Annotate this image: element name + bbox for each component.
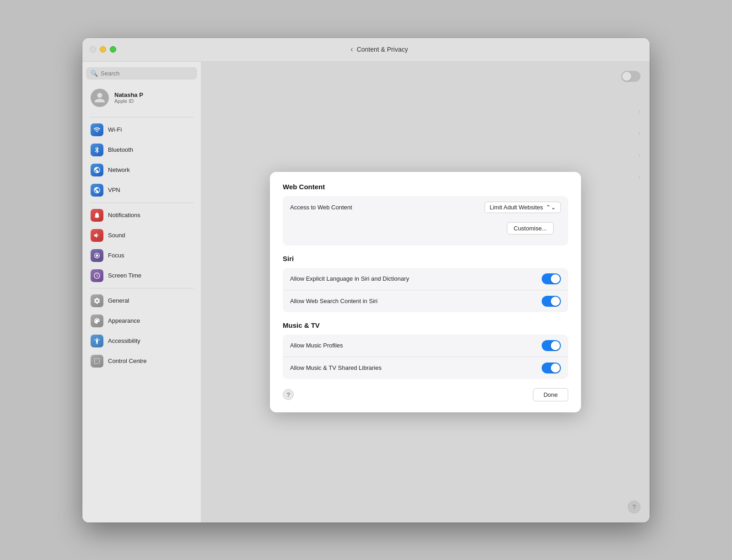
sidebar-item-label: Control Centre [108, 357, 147, 364]
user-profile[interactable]: Natasha P Apple ID [86, 85, 197, 111]
webcontent-card: Access to Web Content Limit Adult Websit… [283, 196, 568, 245]
focus-icon [91, 249, 103, 262]
modal-row: Allow Explicit Language in Siri and Dict… [283, 268, 568, 290]
sidebar-item-wifi[interactable]: Wi-Fi [86, 120, 197, 139]
avatar [91, 89, 109, 107]
close-button[interactable] [90, 46, 96, 53]
titlebar-center: ‹ Content & Privacy [116, 45, 642, 53]
toggle-knob [551, 341, 560, 350]
sidebar-item-label: General [108, 297, 129, 304]
sidebar-item-screentime[interactable]: Screen Time [86, 266, 197, 285]
toggle-shared-libraries[interactable] [542, 363, 561, 373]
dropdown-button[interactable]: Limit Adult Websites ⌃⌄ [484, 202, 561, 213]
modal-footer: ? Done [283, 388, 568, 401]
section-title-musictv: Music & TV [283, 321, 568, 329]
toggle-web-search[interactable] [542, 296, 561, 307]
sidebar-divider-3 [90, 288, 194, 288]
toggle-music-profiles[interactable] [542, 340, 561, 351]
window-body: 🔍 Natasha P Apple ID [82, 62, 650, 523]
system-preferences-window: ‹ Content & Privacy 🔍 Natasha P A [82, 38, 650, 523]
sidebar-item-label: VPN [108, 187, 120, 193]
window-title: Content & Privacy [357, 46, 408, 53]
row-label-access: Access to Web Content [290, 204, 480, 211]
toggle-explicit-language[interactable] [542, 273, 561, 284]
modal-row: Allow Music Profiles [283, 335, 568, 357]
appearance-icon [91, 315, 103, 327]
user-name: Natasha P [114, 91, 143, 98]
sidebar-item-label: Appearance [108, 317, 140, 324]
sidebar-item-label: Notifications [108, 212, 140, 219]
toggle-knob [551, 297, 560, 306]
maximize-button[interactable] [110, 46, 116, 53]
section-title-webcontent: Web Content [283, 183, 568, 191]
notifications-icon [91, 209, 103, 222]
row-label-websearch: Allow Web Search Content in Siri [290, 298, 537, 304]
titlebar: ‹ Content & Privacy [82, 38, 650, 62]
sidebar-item-label: Accessibility [108, 337, 140, 344]
row-label-explicit: Allow Explicit Language in Siri and Dict… [290, 275, 537, 282]
row-label-shared-libraries: Allow Music & TV Shared Libraries [290, 364, 537, 371]
controlcentre-icon [91, 355, 103, 368]
sidebar-item-general[interactable]: General [86, 291, 197, 310]
sidebar-divider-2 [90, 203, 194, 203]
sidebar-item-accessibility[interactable]: Accessibility [86, 331, 197, 351]
sidebar-item-vpn[interactable]: VPN [86, 181, 197, 200]
sidebar-item-network[interactable]: Network [86, 160, 197, 180]
musictv-card: Allow Music Profiles Allow Music & TV Sh… [283, 335, 568, 379]
sidebar-item-appearance[interactable]: Appearance [86, 311, 197, 331]
sidebar-item-controlcentre[interactable]: Control Centre [86, 352, 197, 371]
user-subtitle: Apple ID [114, 98, 143, 104]
bluetooth-icon [91, 144, 103, 156]
screentime-icon [91, 269, 103, 282]
modal-done-button[interactable]: Done [533, 388, 568, 401]
row-label-music-profiles: Allow Music Profiles [290, 342, 537, 349]
modal-row: Allow Music & TV Shared Libraries [283, 357, 568, 379]
vpn-icon [91, 184, 103, 197]
dropdown-arrow-icon: ⌃⌄ [546, 204, 556, 211]
siri-card: Allow Explicit Language in Siri and Dict… [283, 268, 568, 312]
network-icon [91, 164, 103, 176]
customise-button[interactable]: Customise... [507, 222, 554, 235]
search-icon: 🔍 [91, 70, 98, 77]
toggle-knob [551, 274, 560, 283]
search-bar[interactable]: 🔍 [86, 67, 197, 80]
sidebar-item-bluetooth[interactable]: Bluetooth [86, 140, 197, 160]
sidebar-item-label: Wi-Fi [108, 126, 122, 133]
user-info: Natasha P Apple ID [114, 91, 143, 104]
sidebar-item-notifications[interactable]: Notifications [86, 206, 197, 225]
sidebar-item-label: Focus [108, 252, 124, 259]
search-input[interactable] [101, 70, 193, 77]
sidebar-item-label: Network [108, 166, 130, 173]
toggle-knob [551, 363, 560, 373]
modal-row: Access to Web Content Limit Adult Websit… [283, 196, 568, 219]
sidebar: 🔍 Natasha P Apple ID [82, 62, 201, 523]
back-arrow-icon[interactable]: ‹ [350, 45, 353, 53]
sidebar-item-label: Screen Time [108, 272, 141, 279]
sidebar-item-focus[interactable]: Focus [86, 246, 197, 265]
modal-overlay: Web Content Access to Web Content Limit … [201, 62, 650, 523]
accessibility-icon [91, 335, 103, 347]
modal-row: Allow Web Search Content in Siri [283, 290, 568, 312]
section-title-siri: Siri [283, 255, 568, 262]
dropdown-value: Limit Adult Websites [490, 204, 543, 211]
traffic-lights [90, 46, 116, 53]
web-content-dropdown[interactable]: Limit Adult Websites ⌃⌄ [484, 202, 561, 213]
minimize-button[interactable] [100, 46, 106, 53]
sound-icon [91, 229, 103, 242]
sidebar-item-label: Bluetooth [108, 146, 133, 153]
general-icon [91, 294, 103, 307]
wifi-icon [91, 123, 103, 136]
sidebar-item-sound[interactable]: Sound [86, 226, 197, 245]
modal-help-button[interactable]: ? [283, 389, 294, 400]
modal-dialog: Web Content Access to Web Content Limit … [270, 172, 581, 412]
sidebar-divider-1 [90, 117, 194, 117]
sidebar-item-label: Sound [108, 232, 125, 239]
main-content: › › › › ? Web Content Access to Web Cont… [201, 62, 650, 523]
